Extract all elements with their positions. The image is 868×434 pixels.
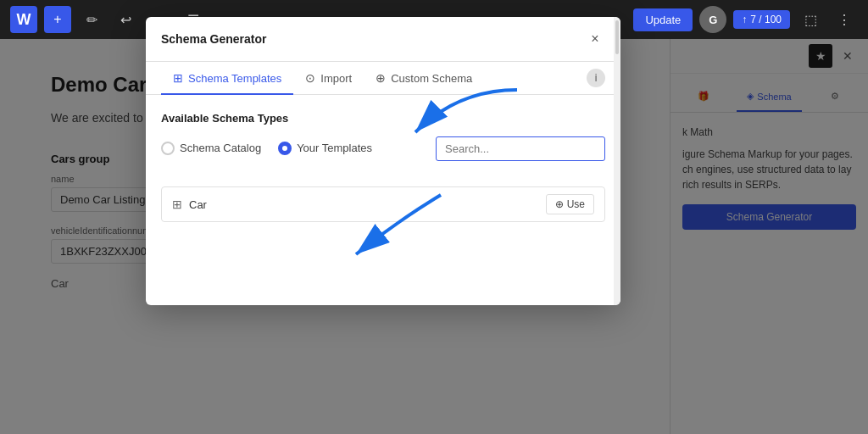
templates-icon: ⊞ [173,71,183,85]
your-templates-option[interactable]: Your Templates [278,142,372,155]
modal-header: Schema Generator × [146,17,620,62]
schema-list: ⊞ Car ⊕ Use [161,186,605,288]
modal-scrollbar[interactable] [614,17,620,305]
modal-body: Available Schema Types Schema Catalog Yo… [146,95,620,305]
search-row [436,136,605,161]
search-input[interactable] [436,136,605,161]
schema-type-radio-group: Schema Catalog Your Templates [161,142,372,155]
templates-tab-label: Schema Templates [188,72,281,85]
modal-tab-custom-schema[interactable]: ⊕ Custom Schema [364,63,484,95]
schema-generator-modal: Schema Generator × ⊞ Schema Templates ⊙ … [146,17,620,305]
modal-close-button[interactable]: × [585,29,605,49]
update-button[interactable]: Update [633,8,693,31]
schema-catalog-option[interactable]: Schema Catalog [161,142,261,155]
schema-item-car: ⊞ Car ⊕ Use [161,186,605,222]
custom-schema-icon: ⊕ [376,71,386,85]
modal-tabs: ⊞ Schema Templates ⊙ Import ⊕ Custom Sch… [146,62,620,95]
scrollbar-thumb [615,20,619,54]
more-options-button[interactable]: ⋮ [831,6,858,33]
modal-tab-schema-templates[interactable]: ⊞ Schema Templates [161,63,293,95]
use-label: Use [567,198,585,210]
edit-icon[interactable]: ✏ [78,6,105,33]
schema-catalog-label: Schema Catalog [180,142,261,154]
add-button[interactable]: + [44,6,71,33]
use-plus-icon: ⊕ [555,198,564,210]
use-button[interactable]: ⊕ Use [546,194,594,214]
available-schema-types-label: Available Schema Types [161,112,605,125]
undo-button[interactable]: ↩ [112,6,139,33]
schema-item-left: ⊞ Car [172,198,207,211]
car-schema-icon: ⊞ [172,198,182,211]
car-schema-name: Car [189,198,207,211]
wp-logo[interactable]: W [10,6,37,33]
import-icon: ⊙ [305,71,315,85]
your-templates-label: Your Templates [297,142,372,154]
avatar[interactable]: G [699,6,726,33]
sidebar-toggle[interactable]: ⬚ [797,6,824,33]
schema-catalog-radio[interactable] [161,142,175,155]
your-templates-radio[interactable] [278,142,292,155]
custom-schema-tab-label: Custom Schema [391,72,472,85]
import-tab-label: Import [320,72,352,85]
rank-badge: ↑ 7 / 100 [733,10,790,29]
modal-title: Schema Generator [161,32,267,46]
modal-tab-import[interactable]: ⊙ Import [293,63,364,95]
info-icon[interactable]: i [587,69,605,87]
